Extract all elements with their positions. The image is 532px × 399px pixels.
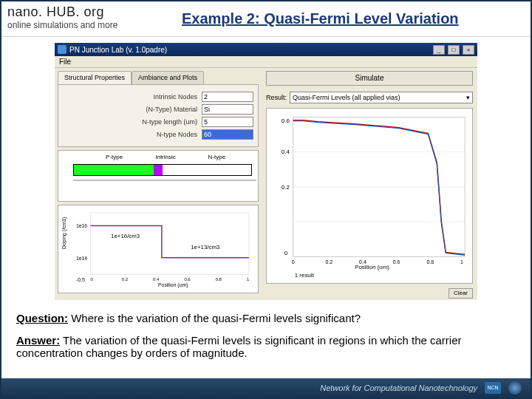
close-button[interactable]: ×: [463, 45, 474, 55]
row-intrinsic-nodes: Intrinsic Nodes 2: [63, 92, 253, 102]
svg-text:Position (um): Position (um): [355, 264, 389, 270]
svg-text:0.8: 0.8: [216, 277, 222, 282]
label-ntype-length: N-type length (um): [63, 118, 202, 126]
region-p: [74, 165, 154, 175]
label-intrinsic-nodes: Intrinsic Nodes: [63, 93, 202, 100]
svg-text:1: 1: [247, 277, 249, 282]
svg-text:0.2: 0.2: [122, 277, 128, 282]
svg-text:1e14: 1e14: [76, 256, 87, 261]
input-tabs: Structural Properties Ambiance and Plots: [55, 68, 262, 84]
answer-text: The variation of the quasi-Fermi levels …: [16, 334, 461, 359]
region-label-i: Intrinsic: [155, 154, 176, 160]
region-n: [163, 165, 251, 175]
label-ntype-nodes: N-type Nodes: [63, 131, 202, 138]
window-title: PN Junction Lab (v. 1.0padre): [69, 46, 167, 54]
svg-text:0.6: 0.6: [184, 277, 191, 282]
footer: Network for Computational Nanotechnology…: [1, 378, 531, 398]
result-value: Quasi-Fermi Levels (all applied vias): [293, 92, 400, 103]
logo-text: nano. HUB. org: [7, 4, 176, 20]
svg-text:1 result: 1 result: [295, 272, 315, 279]
question-text: Where is the variation of the quasi-Ferm…: [68, 312, 361, 324]
logo-subtext: online simulations and more: [7, 20, 176, 30]
svg-text:-0.5: -0.5: [76, 277, 85, 282]
ncn-badge: NCN: [485, 382, 501, 394]
svg-text:Doping (/cm3): Doping (/cm3): [61, 217, 67, 249]
svg-text:0.6: 0.6: [282, 117, 290, 124]
right-pane: Simulate Result: Quasi-Fermi Levels (all…: [262, 68, 477, 300]
app-body: Structural Properties Ambiance and Plots…: [55, 68, 477, 300]
input-intrinsic-nodes[interactable]: 2: [202, 92, 253, 102]
clear-button[interactable]: Clear: [449, 288, 473, 299]
simulate-button[interactable]: Simulate: [266, 71, 473, 86]
quasi-fermi-plot: 0.6 0.4 0.2 0 Position (um) 0 0.2 0.4 0.…: [266, 108, 473, 284]
chevron-down-icon: ▾: [466, 92, 470, 103]
svg-text:0.4: 0.4: [282, 149, 290, 155]
app-icon: [58, 45, 66, 54]
menubar[interactable]: File: [55, 56, 477, 68]
row-ntype-length: N-type length (um) 5: [63, 117, 253, 127]
svg-text:0.2: 0.2: [282, 184, 290, 191]
footer-text: Network for Computational Nanotechnology: [320, 383, 477, 392]
answer-block: Answer: The variation of the quasi-Fermi…: [16, 334, 516, 359]
globe-icon: [508, 381, 522, 395]
svg-text:1e16: 1e16: [76, 223, 87, 228]
svg-text:1e+13/cm3: 1e+13/cm3: [191, 244, 220, 250]
form-area: Intrinsic Nodes 2 (N-Type) Material Si N…: [58, 84, 259, 147]
tab-structural[interactable]: Structural Properties: [58, 71, 132, 84]
svg-text:0.4: 0.4: [359, 259, 366, 265]
doping-svg: Doping (/cm3) 1e16 1e14 1e+16/cm3 1e+13/…: [58, 205, 258, 293]
svg-text:0.4: 0.4: [153, 277, 160, 282]
slide-title: Example 2: Quasi-Fermi Level Variation: [182, 1, 531, 36]
input-ntype-material[interactable]: Si: [202, 104, 253, 115]
maximize-button[interactable]: □: [448, 45, 460, 55]
svg-text:0: 0: [91, 277, 94, 282]
question-block: Question: Where is the variation of the …: [16, 312, 516, 324]
svg-text:1: 1: [460, 259, 463, 265]
svg-text:0: 0: [284, 250, 288, 256]
region-label-p: P-type: [73, 154, 155, 160]
region-i: [154, 165, 163, 175]
result-select[interactable]: Quasi-Fermi Levels (all applied vias) ▾: [290, 92, 473, 103]
menu-file[interactable]: File: [59, 58, 71, 66]
result-label: Result:: [266, 94, 287, 101]
question-label: Question:: [16, 312, 68, 324]
result-row: Result: Quasi-Fermi Levels (all applied …: [262, 89, 477, 106]
slide: nano. HUB. org online simulations and mo…: [0, 0, 532, 399]
slide-header: nano. HUB. org online simulations and mo…: [1, 1, 531, 37]
svg-text:0: 0: [292, 259, 295, 265]
doping-plot: Doping (/cm3) 1e16 1e14 1e+16/cm3 1e+13/…: [58, 205, 259, 293]
region-label-n: N-type: [176, 154, 258, 160]
label-ntype-material: (N-Type) Material: [63, 106, 202, 113]
answer-label: Answer:: [16, 334, 60, 347]
minimize-button[interactable]: _: [433, 45, 445, 55]
tab-ambiance[interactable]: Ambiance and Plots: [132, 71, 204, 84]
svg-text:0.8: 0.8: [426, 259, 434, 265]
region-axis: [58, 177, 258, 200]
svg-text:0.6: 0.6: [393, 259, 400, 265]
logo-block: nano. HUB. org online simulations and mo…: [1, 1, 182, 36]
row-ntype-material: (N-Type) Material Si: [63, 104, 253, 115]
svg-text:Position (um): Position (um): [158, 282, 188, 288]
window-titlebar[interactable]: PN Junction Lab (v. 1.0padre) _ □ ×: [55, 43, 477, 56]
input-ntype-length[interactable]: 5: [202, 117, 253, 127]
row-ntype-nodes: N-type Nodes 60: [63, 129, 253, 140]
region-bar-chart: P-type Intrinsic N-type: [58, 150, 259, 202]
svg-text:1e+16/cm3: 1e+16/cm3: [111, 233, 140, 239]
app-window: PN Junction Lab (v. 1.0padre) _ □ × File…: [55, 43, 477, 300]
left-pane: Structural Properties Ambiance and Plots…: [55, 68, 262, 300]
plot-toolbar: Clear: [262, 287, 477, 300]
qf-svg: 0.6 0.4 0.2 0 Position (um) 0 0.2 0.4 0.…: [267, 109, 472, 283]
svg-text:0.2: 0.2: [325, 259, 332, 265]
input-ntype-nodes[interactable]: 60: [202, 129, 253, 140]
